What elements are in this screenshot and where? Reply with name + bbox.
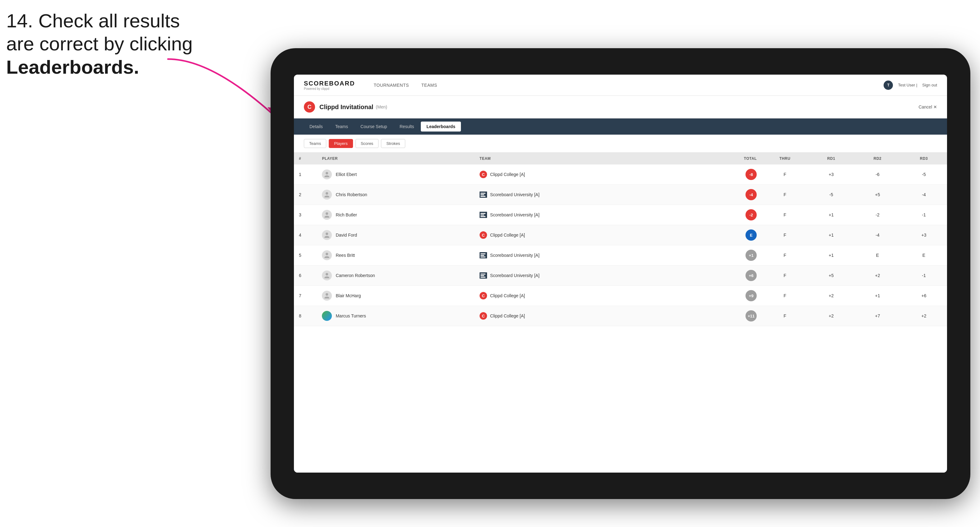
team-name: Scoreboard University [A] xyxy=(490,253,539,258)
player-name: Rich Butler xyxy=(336,212,357,217)
team-name: Clippd College [A] xyxy=(490,172,525,177)
row-total: -2 xyxy=(706,205,762,225)
table-row: 4David FordCClippd College [A]EF+1-4+3 xyxy=(294,225,947,245)
row-rd2: +5 xyxy=(854,185,901,205)
player-name: Chris Robertson xyxy=(336,192,367,197)
cancel-button[interactable]: Cancel ✕ xyxy=(918,105,937,110)
player-avatar xyxy=(322,250,332,260)
col-header-rd2: RD2 xyxy=(854,152,901,165)
team-name: Scoreboard University [A] xyxy=(490,212,539,217)
row-num: 3 xyxy=(294,205,317,225)
team-logo-scoreboard xyxy=(480,272,487,279)
svg-point-3 xyxy=(326,212,328,215)
svg-point-4 xyxy=(326,233,328,235)
row-player: Rees Britt xyxy=(317,245,474,265)
row-total: +9 xyxy=(706,286,762,306)
tab-results[interactable]: Results xyxy=(394,122,420,132)
team-logo-clippd: C xyxy=(480,312,487,320)
player-avatar xyxy=(322,230,332,240)
row-num: 8 xyxy=(294,306,317,326)
tablet-device: SCOREBOARD Powered by clippd TOURNAMENTS… xyxy=(270,48,970,499)
score-badge: E xyxy=(746,229,757,241)
row-rd2: +1 xyxy=(854,286,901,306)
sub-navigation: Details Teams Course Setup Results Leade… xyxy=(294,119,947,135)
col-header-total: TOTAL xyxy=(706,152,762,165)
row-player: David Ford xyxy=(317,225,474,245)
player-name: Rees Britt xyxy=(336,253,355,258)
svg-point-2 xyxy=(326,192,328,195)
instruction-block: 14. Check all results are correct by cli… xyxy=(6,10,193,79)
row-total: -4 xyxy=(706,185,762,205)
player-avatar xyxy=(322,170,332,179)
row-rd3: -1 xyxy=(901,205,947,225)
team-name: Clippd College [A] xyxy=(490,233,525,238)
score-badge: -4 xyxy=(746,189,757,200)
row-rd1: +1 xyxy=(808,205,854,225)
close-icon: ✕ xyxy=(933,105,937,110)
nav-teams[interactable]: TEAMS xyxy=(415,75,444,96)
row-thru: F xyxy=(762,225,808,245)
player-avatar xyxy=(322,210,332,220)
row-team: CClippd College [A] xyxy=(475,165,706,185)
score-badge: -8 xyxy=(746,169,757,180)
tab-details[interactable]: Details xyxy=(304,122,328,132)
filter-strokes-button[interactable]: Strokes xyxy=(381,139,405,148)
instruction-line3: Leaderboards. xyxy=(6,56,139,78)
col-header-num: # xyxy=(294,152,317,165)
app-logo-title: SCOREBOARD xyxy=(304,80,355,87)
row-player: Cameron Robertson xyxy=(317,265,474,286)
col-header-thru: THRU xyxy=(762,152,808,165)
player-name: Elliot Ebert xyxy=(336,172,357,177)
svg-point-7 xyxy=(326,293,328,296)
team-name: Clippd College [A] xyxy=(490,293,525,298)
row-rd1: +2 xyxy=(808,286,854,306)
team-logo-scoreboard xyxy=(480,192,487,198)
user-avatar: T xyxy=(884,81,893,90)
nav-right: T Test User | Sign out xyxy=(884,81,937,90)
row-rd2: E xyxy=(854,245,901,265)
leaderboard-table: # PLAYER TEAM TOTAL THRU RD1 RD2 RD3 1El… xyxy=(294,152,947,326)
row-rd1: +1 xyxy=(808,245,854,265)
row-player: Marcus Turners xyxy=(317,306,474,326)
row-team: Scoreboard University [A] xyxy=(475,265,706,286)
row-thru: F xyxy=(762,245,808,265)
instruction-line1: 14. Check all results xyxy=(6,10,180,32)
svg-point-5 xyxy=(326,253,328,255)
team-logo-scoreboard xyxy=(480,252,487,259)
row-num: 7 xyxy=(294,286,317,306)
top-navigation: SCOREBOARD Powered by clippd TOURNAMENTS… xyxy=(294,75,947,96)
tournament-header: C Clippd Invitational (Men) Cancel ✕ xyxy=(294,96,947,119)
row-num: 2 xyxy=(294,185,317,205)
row-team: CClippd College [A] xyxy=(475,225,706,245)
filter-teams-button[interactable]: Teams xyxy=(304,139,326,148)
tournament-category: (Men) xyxy=(376,105,387,110)
row-num: 1 xyxy=(294,165,317,185)
row-num: 6 xyxy=(294,265,317,286)
row-thru: F xyxy=(762,306,808,326)
signout-link[interactable]: Sign out xyxy=(922,83,937,87)
row-rd3: -1 xyxy=(901,265,947,286)
col-header-team: TEAM xyxy=(475,152,706,165)
tab-leaderboards[interactable]: Leaderboards xyxy=(421,122,461,132)
table-row: 8Marcus TurnersCClippd College [A]+11F+2… xyxy=(294,306,947,326)
nav-tournaments[interactable]: TOURNAMENTS xyxy=(367,75,415,96)
filter-players-button[interactable]: Players xyxy=(329,139,353,148)
row-team: Scoreboard University [A] xyxy=(475,245,706,265)
player-avatar xyxy=(322,190,332,200)
nav-links: TOURNAMENTS TEAMS xyxy=(367,75,884,96)
row-num: 4 xyxy=(294,225,317,245)
nav-user-label: Test User | xyxy=(898,83,917,87)
tab-course-setup[interactable]: Course Setup xyxy=(355,122,393,132)
row-total: +6 xyxy=(706,265,762,286)
row-rd3: E xyxy=(901,245,947,265)
filter-scores-button[interactable]: Scores xyxy=(355,139,379,148)
row-rd2: -2 xyxy=(854,205,901,225)
tab-teams[interactable]: Teams xyxy=(330,122,354,132)
table-header: # PLAYER TEAM TOTAL THRU RD1 RD2 RD3 xyxy=(294,152,947,165)
table-body: 1Elliot EbertCClippd College [A]-8F+3-6-… xyxy=(294,165,947,326)
table-row: 5Rees BrittScoreboard University [A]+1F+… xyxy=(294,245,947,265)
team-name: Clippd College [A] xyxy=(490,313,525,318)
player-avatar xyxy=(322,311,332,321)
row-rd2: -4 xyxy=(854,225,901,245)
cancel-label: Cancel xyxy=(918,105,932,110)
